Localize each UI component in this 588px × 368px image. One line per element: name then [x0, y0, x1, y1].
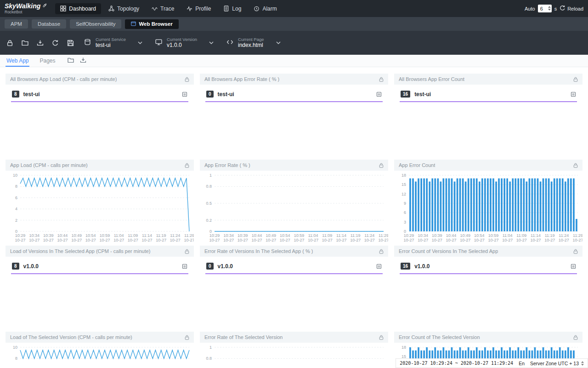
tab-web-browser[interactable]: Web Browser: [125, 19, 178, 29]
svg-text:10:49: 10:49: [460, 233, 470, 238]
export-icon[interactable]: [37, 40, 44, 46]
selected-version-load-chart[interactable]: 024681010:2910-2710:3410-2710:3910-2710:…: [6, 344, 194, 368]
lock-icon[interactable]: [573, 249, 578, 254]
card-title: App Error Rate ( % ): [204, 162, 250, 168]
current-page-selector[interactable]: Current Page index.html: [226, 37, 281, 49]
trace-icon: [152, 6, 158, 12]
item-name: test-ui: [218, 91, 372, 98]
svg-text:10:59: 10:59: [100, 233, 110, 238]
app-error-rate-chart[interactable]: 00.20.50.8110:2910-2710:3410-2710:3910-2…: [200, 172, 388, 244]
menu-item-alarm[interactable]: Alarm: [249, 3, 282, 14]
svg-text:10:49: 10:49: [71, 233, 82, 238]
svg-text:4: 4: [15, 207, 17, 211]
refresh-icon[interactable]: [52, 40, 59, 46]
value-badge: 8: [12, 263, 19, 270]
list-item[interactable]: 0 v1.0.0: [205, 260, 383, 274]
tab-database[interactable]: Database: [32, 19, 66, 29]
list-item[interactable]: 8 test-ui: [11, 88, 188, 102]
svg-text:10-27: 10-27: [559, 238, 569, 242]
auto-interval-input[interactable]: [538, 5, 552, 12]
subtab-pages[interactable]: Pages: [39, 55, 56, 67]
reload-button[interactable]: Reload: [560, 5, 583, 12]
folder-icon[interactable]: [22, 40, 28, 46]
lock-icon[interactable]: [185, 77, 189, 82]
subtab-web-app[interactable]: Web App: [6, 55, 29, 67]
tab-apm[interactable]: APM: [5, 19, 28, 29]
browser-icon: [131, 21, 136, 27]
lock-icon[interactable]: [573, 335, 578, 340]
svg-text:10-27: 10-27: [209, 238, 220, 242]
card-title: Error Rate of The Selected Version: [204, 334, 283, 340]
current-service-selector[interactable]: Current Service test-ui: [84, 37, 142, 49]
brand[interactable]: SkyWalking Rocketbot: [5, 3, 47, 14]
auto-interval-stepper[interactable]: [548, 6, 551, 11]
menu-item-trace[interactable]: Trace: [147, 3, 179, 14]
card-title: All Browsers App Error Rate ( % ): [204, 76, 279, 82]
svg-text:10-27: 10-27: [57, 238, 68, 242]
svg-text:10-27: 10-27: [71, 238, 82, 242]
selector-value: index.html: [238, 42, 264, 49]
inspect-icon[interactable]: [571, 264, 576, 269]
brand-name: SkyWalking: [5, 3, 40, 9]
svg-text:10-27: 10-27: [85, 238, 96, 242]
lock-icon[interactable]: [379, 335, 384, 340]
server-zone-control[interactable]: Server Zone UTC + 13: [530, 361, 584, 366]
language-toggle[interactable]: En: [519, 361, 525, 366]
navbar-right: Auto s Reload: [525, 5, 583, 12]
selector-value: v1.0.0: [167, 42, 197, 49]
value-badge: 0: [206, 91, 214, 98]
lock-icon[interactable]: [379, 77, 384, 82]
lock-icon[interactable]: [6, 40, 13, 46]
inspect-icon[interactable]: [376, 92, 382, 97]
view-subtabs: Web App Pages: [0, 55, 588, 67]
card-title: Load of Versions In The Selected App (CP…: [10, 248, 151, 254]
monitor-icon: [155, 39, 162, 47]
lock-icon[interactable]: [185, 249, 189, 254]
menu-item-dashboard[interactable]: Dashboard: [55, 3, 101, 14]
svg-text:11:04: 11:04: [114, 233, 124, 238]
svg-text:10:29: 10:29: [15, 233, 26, 238]
lock-icon[interactable]: [185, 163, 189, 168]
lock-icon[interactable]: [379, 163, 384, 168]
app-load-chart[interactable]: 024681010:2910-2710:3410-2710:3910-2710:…: [6, 172, 194, 244]
svg-text:11:29: 11:29: [184, 233, 194, 238]
menu-item-profile[interactable]: Profile: [181, 3, 216, 14]
chevron-down-icon: [138, 41, 142, 44]
list-item[interactable]: 16 test-ui: [400, 88, 577, 102]
folder-icon[interactable]: [68, 57, 74, 63]
svg-text:6: 6: [404, 210, 406, 215]
lock-icon[interactable]: [379, 249, 384, 254]
svg-text:10-27: 10-27: [223, 238, 234, 242]
menu-item-topology[interactable]: Topology: [103, 3, 144, 14]
tab-selfobservability[interactable]: SelfObservability: [70, 19, 121, 29]
inspect-icon[interactable]: [571, 92, 576, 97]
lock-icon[interactable]: [573, 163, 578, 168]
main-menu: Dashboard Topology Trace Profile Log Ala…: [55, 3, 282, 14]
list-item[interactable]: 0 test-ui: [205, 88, 383, 102]
svg-text:11:09: 11:09: [322, 233, 332, 238]
server-zone-stepper[interactable]: [581, 361, 584, 366]
svg-text:10-27: 10-27: [128, 238, 138, 242]
svg-text:11:09: 11:09: [516, 233, 526, 238]
inspect-icon[interactable]: [182, 92, 187, 97]
inspect-icon[interactable]: [182, 264, 187, 269]
save-icon[interactable]: [67, 40, 74, 46]
lock-icon[interactable]: [185, 335, 189, 340]
inspect-icon[interactable]: [376, 264, 382, 269]
selected-version-error-rate-chart[interactable]: 00.20.50.8110:2910-2710:3410-2710:3910-2…: [200, 344, 388, 368]
list-item[interactable]: 8 v1.0.0: [11, 260, 188, 274]
svg-text:10-27: 10-27: [403, 238, 414, 242]
card-app-error-rate-chart: App Error Rate ( % ) 00.20.50.8110:2910-…: [200, 160, 388, 246]
app-error-count-chart[interactable]: 036912151810:2910-2710:3410-2710:3910-27…: [394, 172, 582, 244]
lock-icon[interactable]: [573, 77, 578, 82]
current-version-selector[interactable]: Current Version v1.0.0: [155, 37, 214, 49]
svg-text:1: 1: [209, 173, 212, 178]
menu-item-log[interactable]: Log: [218, 3, 246, 14]
card-all-browsers-app-load: All Browsers App Load (CPM - calls per m…: [6, 74, 194, 160]
download-icon[interactable]: [80, 57, 86, 63]
time-range[interactable]: 2020-10-27 10:29:24 ~ 2020-10-27 11:29:2…: [400, 361, 513, 366]
svg-text:10:39: 10:39: [43, 233, 54, 238]
card-all-browsers-error-count: All Browsers App Error Count 16 test-ui: [394, 74, 582, 160]
list-item[interactable]: 16 v1.0.0: [400, 260, 577, 274]
svg-text:10:54: 10:54: [85, 233, 96, 238]
